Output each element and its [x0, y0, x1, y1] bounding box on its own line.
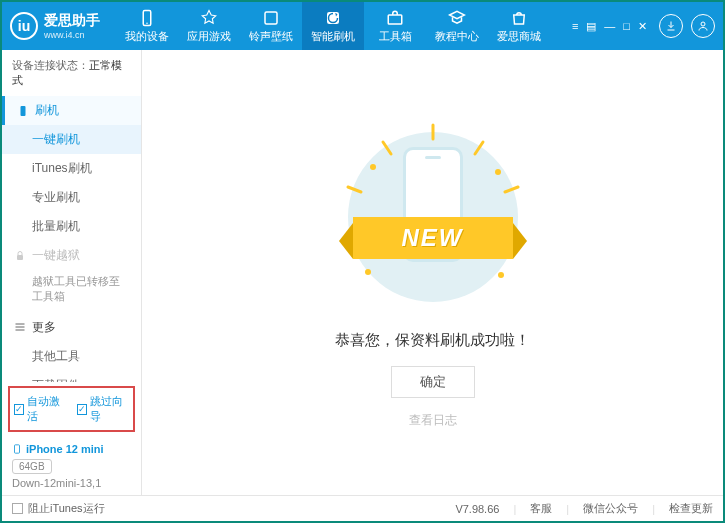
body: 设备连接状态：正常模式 刷机 一键刷机 iTunes刷机 专业刷机 批量刷机 一…: [2, 50, 723, 495]
app-logo: iu 爱思助手 www.i4.cn: [10, 12, 100, 40]
svg-line-13: [383, 142, 391, 154]
device-status: 设备连接状态：正常模式: [2, 50, 141, 96]
menu-oneclick-flash[interactable]: 一键刷机: [2, 125, 141, 154]
maximize-icon[interactable]: □: [623, 20, 630, 33]
main-content: NEW 恭喜您，保资料刷机成功啦！ 确定 查看日志: [142, 50, 723, 495]
ok-button[interactable]: 确定: [391, 366, 475, 398]
menu-batch-flash[interactable]: 批量刷机: [2, 212, 141, 241]
check-skip-guide[interactable]: ✓跳过向导: [77, 394, 130, 424]
app-name: 爱思助手: [44, 12, 100, 30]
apps-icon: [200, 9, 218, 27]
sidebar-menu: 刷机 一键刷机 iTunes刷机 专业刷机 批量刷机 一键越狱 越狱工具已转移至…: [2, 96, 141, 382]
storage-badge: 64GB: [12, 459, 52, 474]
tutorial-icon: [448, 9, 466, 27]
menu-download-fw[interactable]: 下载固件: [2, 371, 141, 382]
store-icon: [510, 9, 528, 27]
skin-icon[interactable]: ▤: [586, 20, 596, 33]
nav-apps[interactable]: 应用游戏: [178, 2, 240, 50]
menu-icon[interactable]: ≡: [572, 20, 578, 33]
block-itunes-label[interactable]: 阻止iTunes运行: [28, 501, 105, 516]
section-more[interactable]: 更多: [2, 313, 141, 342]
svg-rect-4: [388, 15, 402, 24]
wallpaper-icon: [262, 9, 280, 27]
device-icon: [138, 9, 156, 27]
section-flash[interactable]: 刷机: [2, 96, 141, 125]
svg-point-1: [146, 22, 148, 24]
svg-rect-2: [265, 12, 277, 24]
jailbreak-note: 越狱工具已转移至工具箱: [2, 270, 141, 313]
nav-toolbox[interactable]: 工具箱: [364, 2, 426, 50]
device-model: Down-12mini-13,1: [12, 477, 131, 489]
device-info: iPhone 12 mini 64GB Down-12mini-13,1: [2, 436, 141, 495]
svg-rect-8: [15, 445, 20, 453]
app-url: www.i4.cn: [44, 30, 100, 40]
menu-itunes-flash[interactable]: iTunes刷机: [2, 154, 141, 183]
svg-line-14: [348, 187, 361, 192]
customer-service-link[interactable]: 客服: [530, 501, 552, 516]
sidebar: 设备连接状态：正常模式 刷机 一键刷机 iTunes刷机 专业刷机 批量刷机 一…: [2, 50, 142, 495]
footer: 阻止iTunes运行 V7.98.66| 客服| 微信公众号| 检查更新: [2, 495, 723, 521]
window-controls: ≡ ▤ — □ ✕: [572, 20, 647, 33]
checkbox-icon: ✓: [77, 404, 87, 415]
new-ribbon: NEW: [353, 217, 513, 259]
svg-rect-6: [21, 106, 26, 116]
menu-other-tools[interactable]: 其他工具: [2, 342, 141, 371]
nav-store[interactable]: 爱思商城: [488, 2, 550, 50]
logo-icon: iu: [10, 12, 38, 40]
nav-tutorial[interactable]: 教程中心: [426, 2, 488, 50]
checkbox-group: ✓自动激活 ✓跳过向导: [8, 386, 135, 432]
svg-line-11: [505, 187, 518, 192]
section-jailbreak[interactable]: 一键越狱: [2, 241, 141, 270]
minimize-icon[interactable]: —: [604, 20, 615, 33]
svg-point-19: [498, 272, 504, 278]
success-illustration: NEW: [333, 117, 533, 317]
view-log-link[interactable]: 查看日志: [409, 412, 457, 429]
user-button[interactable]: [691, 14, 715, 38]
download-button[interactable]: [659, 14, 683, 38]
success-message: 恭喜您，保资料刷机成功啦！: [335, 331, 530, 350]
nav-flash[interactable]: 智能刷机: [302, 2, 364, 50]
toolbox-icon: [386, 9, 404, 27]
checkbox-icon: ✓: [14, 404, 24, 415]
nav-ringtones[interactable]: 铃声壁纸: [240, 2, 302, 50]
menu-pro-flash[interactable]: 专业刷机: [2, 183, 141, 212]
device-name[interactable]: iPhone 12 mini: [12, 442, 131, 456]
wechat-link[interactable]: 微信公众号: [583, 501, 638, 516]
version-label: V7.98.66: [455, 503, 499, 515]
svg-line-10: [475, 142, 483, 154]
svg-point-16: [370, 164, 376, 170]
check-auto-activate[interactable]: ✓自动激活: [14, 394, 67, 424]
app-window: iu 爱思助手 www.i4.cn 我的设备 应用游戏 铃声壁纸 智能刷机 工具…: [0, 0, 725, 523]
titlebar-right: ≡ ▤ — □ ✕: [572, 14, 715, 38]
titlebar: iu 爱思助手 www.i4.cn 我的设备 应用游戏 铃声壁纸 智能刷机 工具…: [2, 2, 723, 50]
top-nav: 我的设备 应用游戏 铃声壁纸 智能刷机 工具箱 教程中心 爱思商城: [116, 2, 572, 50]
svg-rect-7: [17, 255, 23, 260]
nav-my-device[interactable]: 我的设备: [116, 2, 178, 50]
svg-point-18: [365, 269, 371, 275]
block-itunes-checkbox[interactable]: [12, 503, 23, 514]
svg-point-17: [495, 169, 501, 175]
flash-icon: [324, 9, 342, 27]
svg-point-5: [701, 22, 705, 26]
close-icon[interactable]: ✕: [638, 20, 647, 33]
check-update-link[interactable]: 检查更新: [669, 501, 713, 516]
